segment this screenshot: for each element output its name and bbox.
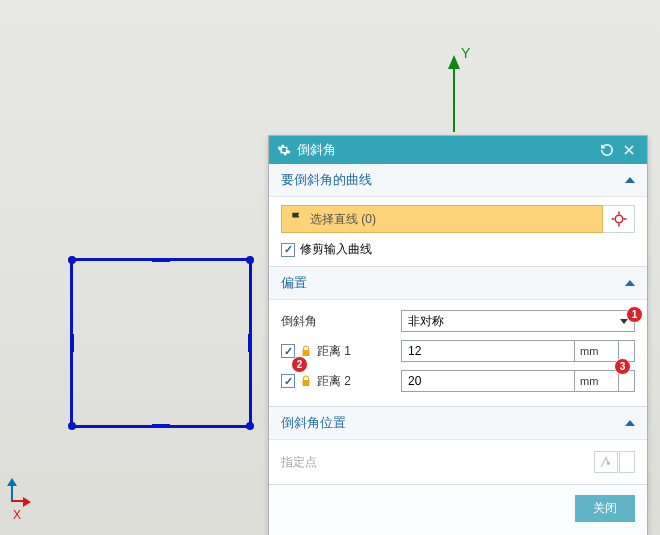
edge-handle[interactable] bbox=[248, 334, 252, 352]
vertex-handle[interactable] bbox=[68, 422, 76, 430]
offset-section-header[interactable]: 偏置 bbox=[269, 267, 647, 300]
sketch-rectangle[interactable] bbox=[70, 258, 252, 428]
distance2-checkbox[interactable] bbox=[281, 374, 295, 388]
distance2-input[interactable] bbox=[402, 371, 574, 391]
svg-point-0 bbox=[615, 215, 623, 223]
distance2-label: 距离 2 bbox=[317, 373, 351, 390]
lock-icon bbox=[299, 374, 313, 388]
distance1-label: 距离 1 bbox=[317, 343, 351, 360]
vertex-handle[interactable] bbox=[246, 422, 254, 430]
distance1-unit[interactable]: mm bbox=[574, 341, 618, 361]
flag-icon bbox=[290, 211, 304, 228]
vertex-handle[interactable] bbox=[246, 256, 254, 264]
origin-coordinate-icon: X bbox=[5, 486, 26, 502]
chevron-up-icon bbox=[625, 420, 635, 426]
edge-handle[interactable] bbox=[152, 424, 170, 428]
pick-point-button[interactable] bbox=[603, 205, 635, 233]
trim-checkbox[interactable] bbox=[281, 243, 295, 257]
chamfer-dialog: 倒斜角 要倒斜角的曲线 选择直线 (0) 修剪输入曲线 bbox=[268, 135, 648, 535]
dialog-titlebar[interactable]: 倒斜角 bbox=[269, 136, 647, 164]
annotation-badge-3: 3 bbox=[614, 358, 631, 375]
trim-label: 修剪输入曲线 bbox=[300, 241, 372, 258]
select-line-field[interactable]: 选择直线 (0) bbox=[281, 205, 603, 233]
chamfer-type-dropdown[interactable]: 非对称 bbox=[401, 310, 635, 332]
chamfer-type-label: 倒斜角 bbox=[281, 313, 401, 330]
annotation-badge-1: 1 bbox=[626, 306, 643, 323]
position-section-header[interactable]: 倒斜角位置 bbox=[269, 407, 647, 440]
curves-section-header[interactable]: 要倒斜角的曲线 bbox=[269, 164, 647, 197]
specify-point-label: 指定点 bbox=[281, 454, 317, 471]
gear-icon bbox=[277, 143, 291, 157]
point-dropdown-button[interactable] bbox=[619, 451, 635, 473]
point-constructor-button[interactable] bbox=[594, 451, 618, 473]
svg-point-1 bbox=[607, 462, 609, 464]
chevron-up-icon bbox=[625, 177, 635, 183]
y-axis-label: Y bbox=[461, 45, 470, 61]
distance1-input[interactable] bbox=[402, 341, 574, 361]
reset-button[interactable] bbox=[597, 140, 617, 160]
edge-handle[interactable] bbox=[70, 334, 74, 352]
close-icon-button[interactable] bbox=[619, 140, 639, 160]
vertex-handle[interactable] bbox=[68, 256, 76, 264]
annotation-badge-2: 2 bbox=[291, 356, 308, 373]
dialog-title: 倒斜角 bbox=[297, 141, 336, 159]
edge-handle[interactable] bbox=[152, 258, 170, 262]
distance2-unit[interactable]: mm bbox=[574, 371, 618, 391]
y-axis: Y bbox=[453, 57, 455, 132]
close-button[interactable]: 关闭 bbox=[575, 495, 635, 522]
distance1-checkbox[interactable] bbox=[281, 344, 295, 358]
chevron-up-icon bbox=[625, 280, 635, 286]
